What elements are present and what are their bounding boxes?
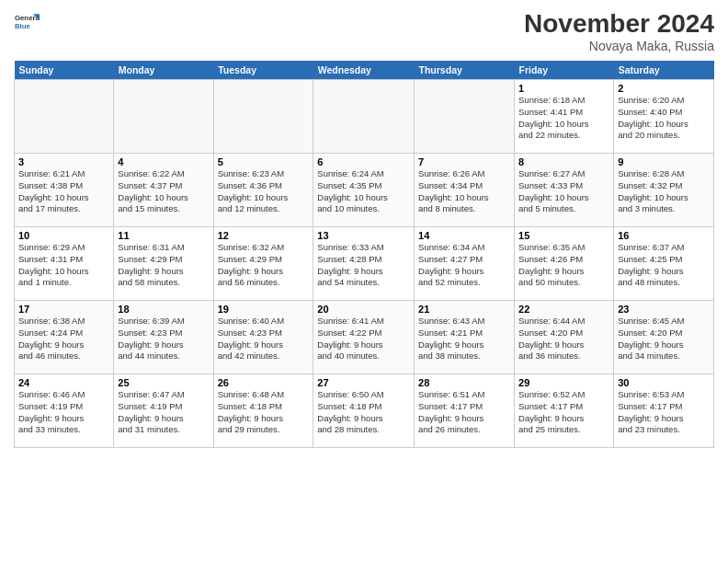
calendar-day-cell: 15Sunrise: 6:35 AM Sunset: 4:26 PM Dayli… xyxy=(515,227,614,301)
day-info: Sunrise: 6:21 AM Sunset: 4:38 PM Dayligh… xyxy=(18,168,109,215)
day-number: 24 xyxy=(18,377,109,388)
calendar-day-cell: 19Sunrise: 6:40 AM Sunset: 4:23 PM Dayli… xyxy=(213,301,313,374)
day-number: 14 xyxy=(418,230,510,241)
day-number: 1 xyxy=(518,83,609,94)
calendar-week-row: 1Sunrise: 6:18 AM Sunset: 4:41 PM Daylig… xyxy=(15,80,714,154)
day-info: Sunrise: 6:34 AM Sunset: 4:27 PM Dayligh… xyxy=(418,242,510,289)
calendar-day-cell: 13Sunrise: 6:33 AM Sunset: 4:28 PM Dayli… xyxy=(313,227,415,301)
day-number: 8 xyxy=(518,156,609,167)
day-number: 29 xyxy=(518,377,609,388)
main-title: November 2024 xyxy=(524,9,714,39)
calendar-day-cell: 22Sunrise: 6:44 AM Sunset: 4:20 PM Dayli… xyxy=(515,301,614,374)
calendar-day-cell xyxy=(114,80,213,154)
calendar-week-row: 24Sunrise: 6:46 AM Sunset: 4:19 PM Dayli… xyxy=(15,374,714,448)
day-number: 15 xyxy=(518,230,609,241)
calendar-day-cell: 14Sunrise: 6:34 AM Sunset: 4:27 PM Dayli… xyxy=(415,227,515,301)
day-info: Sunrise: 6:52 AM Sunset: 4:17 PM Dayligh… xyxy=(518,389,609,436)
day-info: Sunrise: 6:53 AM Sunset: 4:17 PM Dayligh… xyxy=(618,389,710,436)
day-info: Sunrise: 6:43 AM Sunset: 4:21 PM Dayligh… xyxy=(418,316,510,362)
day-number: 2 xyxy=(618,83,710,94)
calendar-header-cell: Saturday xyxy=(614,61,714,80)
day-number: 19 xyxy=(218,304,310,315)
calendar-header-cell: Wednesday xyxy=(313,61,415,80)
day-number: 10 xyxy=(18,230,109,241)
day-info: Sunrise: 6:24 AM Sunset: 4:35 PM Dayligh… xyxy=(317,168,410,215)
calendar-day-cell: 9Sunrise: 6:28 AM Sunset: 4:32 PM Daylig… xyxy=(614,154,714,227)
calendar-day-cell: 8Sunrise: 6:27 AM Sunset: 4:33 PM Daylig… xyxy=(515,154,614,227)
day-number: 30 xyxy=(618,377,710,388)
calendar-week-row: 17Sunrise: 6:38 AM Sunset: 4:24 PM Dayli… xyxy=(15,301,714,374)
day-number: 21 xyxy=(418,304,510,315)
calendar-header-cell: Monday xyxy=(114,61,213,80)
calendar-week-row: 10Sunrise: 6:29 AM Sunset: 4:31 PM Dayli… xyxy=(15,227,714,301)
day-info: Sunrise: 6:28 AM Sunset: 4:32 PM Dayligh… xyxy=(618,168,710,215)
day-info: Sunrise: 6:50 AM Sunset: 4:18 PM Dayligh… xyxy=(317,389,410,436)
day-number: 20 xyxy=(317,304,410,315)
day-info: Sunrise: 6:48 AM Sunset: 4:18 PM Dayligh… xyxy=(218,389,310,436)
subtitle: Novaya Maka, Russia xyxy=(524,39,714,53)
calendar-day-cell: 23Sunrise: 6:45 AM Sunset: 4:20 PM Dayli… xyxy=(614,301,714,374)
day-number: 28 xyxy=(418,377,510,388)
day-number: 4 xyxy=(118,156,209,167)
calendar-day-cell xyxy=(415,80,515,154)
calendar-day-cell: 10Sunrise: 6:29 AM Sunset: 4:31 PM Dayli… xyxy=(15,227,114,301)
calendar-day-cell: 20Sunrise: 6:41 AM Sunset: 4:22 PM Dayli… xyxy=(313,301,415,374)
calendar-header-row: SundayMondayTuesdayWednesdayThursdayFrid… xyxy=(15,61,714,80)
calendar-day-cell: 21Sunrise: 6:43 AM Sunset: 4:21 PM Dayli… xyxy=(415,301,515,374)
calendar-day-cell: 24Sunrise: 6:46 AM Sunset: 4:19 PM Dayli… xyxy=(15,374,114,448)
calendar-day-cell xyxy=(313,80,415,154)
calendar-day-cell: 12Sunrise: 6:32 AM Sunset: 4:29 PM Dayli… xyxy=(213,227,313,301)
day-info: Sunrise: 6:26 AM Sunset: 4:34 PM Dayligh… xyxy=(418,168,510,215)
day-info: Sunrise: 6:31 AM Sunset: 4:29 PM Dayligh… xyxy=(118,242,209,289)
day-number: 22 xyxy=(518,304,609,315)
calendar-header-cell: Thursday xyxy=(415,61,515,80)
day-number: 6 xyxy=(317,156,410,167)
calendar-day-cell: 4Sunrise: 6:22 AM Sunset: 4:37 PM Daylig… xyxy=(114,154,213,227)
calendar-day-cell: 7Sunrise: 6:26 AM Sunset: 4:34 PM Daylig… xyxy=(415,154,515,227)
day-number: 7 xyxy=(418,156,510,167)
calendar-day-cell: 16Sunrise: 6:37 AM Sunset: 4:25 PM Dayli… xyxy=(614,227,714,301)
day-info: Sunrise: 6:22 AM Sunset: 4:37 PM Dayligh… xyxy=(118,168,209,215)
calendar-week-row: 3Sunrise: 6:21 AM Sunset: 4:38 PM Daylig… xyxy=(15,154,714,227)
day-info: Sunrise: 6:29 AM Sunset: 4:31 PM Dayligh… xyxy=(18,242,109,289)
day-info: Sunrise: 6:38 AM Sunset: 4:24 PM Dayligh… xyxy=(18,316,109,362)
logo-icon: General Blue xyxy=(14,9,40,35)
calendar-day-cell: 18Sunrise: 6:39 AM Sunset: 4:23 PM Dayli… xyxy=(114,301,213,374)
calendar-body: 1Sunrise: 6:18 AM Sunset: 4:41 PM Daylig… xyxy=(15,80,714,448)
day-number: 25 xyxy=(118,377,209,388)
day-info: Sunrise: 6:35 AM Sunset: 4:26 PM Dayligh… xyxy=(518,242,609,289)
day-info: Sunrise: 6:41 AM Sunset: 4:22 PM Dayligh… xyxy=(317,316,410,362)
calendar-day-cell: 30Sunrise: 6:53 AM Sunset: 4:17 PM Dayli… xyxy=(614,374,714,448)
day-number: 23 xyxy=(618,304,710,315)
day-info: Sunrise: 6:37 AM Sunset: 4:25 PM Dayligh… xyxy=(618,242,710,289)
day-number: 11 xyxy=(118,230,209,241)
day-info: Sunrise: 6:18 AM Sunset: 4:41 PM Dayligh… xyxy=(518,95,609,142)
calendar-day-cell: 25Sunrise: 6:47 AM Sunset: 4:19 PM Dayli… xyxy=(114,374,213,448)
calendar-day-cell: 1Sunrise: 6:18 AM Sunset: 4:41 PM Daylig… xyxy=(515,80,614,154)
day-info: Sunrise: 6:47 AM Sunset: 4:19 PM Dayligh… xyxy=(118,389,209,436)
calendar-day-cell: 27Sunrise: 6:50 AM Sunset: 4:18 PM Dayli… xyxy=(313,374,415,448)
day-info: Sunrise: 6:20 AM Sunset: 4:40 PM Dayligh… xyxy=(618,95,710,142)
calendar-day-cell: 17Sunrise: 6:38 AM Sunset: 4:24 PM Dayli… xyxy=(15,301,114,374)
calendar-day-cell: 28Sunrise: 6:51 AM Sunset: 4:17 PM Dayli… xyxy=(415,374,515,448)
day-info: Sunrise: 6:27 AM Sunset: 4:33 PM Dayligh… xyxy=(518,168,609,215)
calendar-day-cell: 11Sunrise: 6:31 AM Sunset: 4:29 PM Dayli… xyxy=(114,227,213,301)
calendar-day-cell xyxy=(213,80,313,154)
logo: General Blue xyxy=(14,9,40,35)
day-info: Sunrise: 6:51 AM Sunset: 4:17 PM Dayligh… xyxy=(418,389,510,436)
day-info: Sunrise: 6:39 AM Sunset: 4:23 PM Dayligh… xyxy=(118,316,209,362)
day-number: 9 xyxy=(618,156,710,167)
day-info: Sunrise: 6:32 AM Sunset: 4:29 PM Dayligh… xyxy=(218,242,310,289)
calendar-day-cell: 29Sunrise: 6:52 AM Sunset: 4:17 PM Dayli… xyxy=(515,374,614,448)
day-info: Sunrise: 6:45 AM Sunset: 4:20 PM Dayligh… xyxy=(618,316,710,362)
day-number: 18 xyxy=(118,304,209,315)
calendar-day-cell: 2Sunrise: 6:20 AM Sunset: 4:40 PM Daylig… xyxy=(614,80,714,154)
day-info: Sunrise: 6:46 AM Sunset: 4:19 PM Dayligh… xyxy=(18,389,109,436)
page-container: General Blue November 2024 Novaya Maka, … xyxy=(0,0,728,453)
day-number: 26 xyxy=(218,377,310,388)
day-info: Sunrise: 6:40 AM Sunset: 4:23 PM Dayligh… xyxy=(218,316,310,362)
calendar-header-cell: Tuesday xyxy=(213,61,313,80)
title-block: November 2024 Novaya Maka, Russia xyxy=(524,9,714,53)
calendar-day-cell: 3Sunrise: 6:21 AM Sunset: 4:38 PM Daylig… xyxy=(15,154,114,227)
day-number: 12 xyxy=(218,230,310,241)
